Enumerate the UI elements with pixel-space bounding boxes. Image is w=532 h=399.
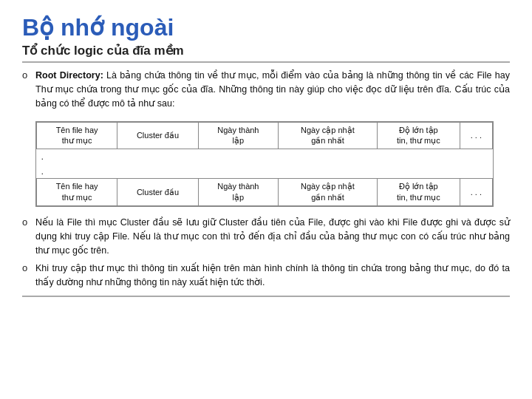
table-footer-row: Tên file haythư mục Cluster đầu Ngày thà… [37,179,493,206]
col-filename-footer: Tên file haythư mục [37,179,117,206]
col-size: Độ lớn tậptin, thư mục [377,122,460,149]
col-size-footer: Độ lớn tậptin, thư mục [377,179,460,206]
dot-row-1: . [37,149,493,164]
bullet-item-2: o Nếu là File thì mục Cluster đầu sẽ lưu… [22,216,510,257]
bullet-text-1: Root Directory: Là bảng chứa thông tin v… [35,69,510,110]
dot-cell-1: . [37,149,493,164]
bullet-item-1: o Root Directory: Là bảng chứa thông tin… [22,69,510,110]
col-cluster-footer: Cluster đầu [117,179,199,206]
col-dots-footer: . . . [460,179,492,206]
bold-label-1: Root Directory: [35,70,103,81]
col-date-created: Ngày thànhlập [198,122,278,149]
bullet-icon-2: o [22,216,35,228]
col-filename: Tên file haythư mục [37,122,117,149]
directory-table: Tên file haythư mục Cluster đầu Ngày thà… [36,122,493,206]
dot-row-2: . [37,164,493,179]
bullet-text-3: Khi truy cập thư mục thì thông tin xuất … [35,262,510,290]
sub-title: Tổ chức logic của đĩa mềm [22,43,510,63]
col-date-updated: Ngày cập nhậtgần nhất [278,122,377,149]
table-header-row: Tên file haythư mục Cluster đầu Ngày thà… [37,122,493,149]
main-title: Bộ nhớ ngoài [22,13,510,41]
page: Bộ nhớ ngoài Tổ chức logic của đĩa mềm o… [0,0,532,399]
bullet-icon-1: o [22,69,35,81]
col-date-updated-footer: Ngày cập nhậtgần nhất [278,179,377,206]
directory-table-wrapper: Tên file haythư mục Cluster đầu Ngày thà… [35,121,494,207]
bullet-text-2: Nếu là File thì mục Cluster đầu sẽ lưu g… [35,216,510,257]
dot-cell-2: . [37,164,493,179]
col-cluster: Cluster đầu [117,122,199,149]
bullet-body-1: Là bảng chứa thông tin về thư mục, mỗi đ… [35,70,510,109]
col-date-created-footer: Ngày thànhlập [198,179,278,206]
bullet-item-3: o Khi truy cập thư mục thì thông tin xuấ… [22,262,510,290]
bullet-icon-3: o [22,262,35,273]
bottom-border [22,296,510,299]
content-section: o Root Directory: Là bảng chứa thông tin… [22,69,510,289]
col-dots-header: . . . [460,122,492,149]
